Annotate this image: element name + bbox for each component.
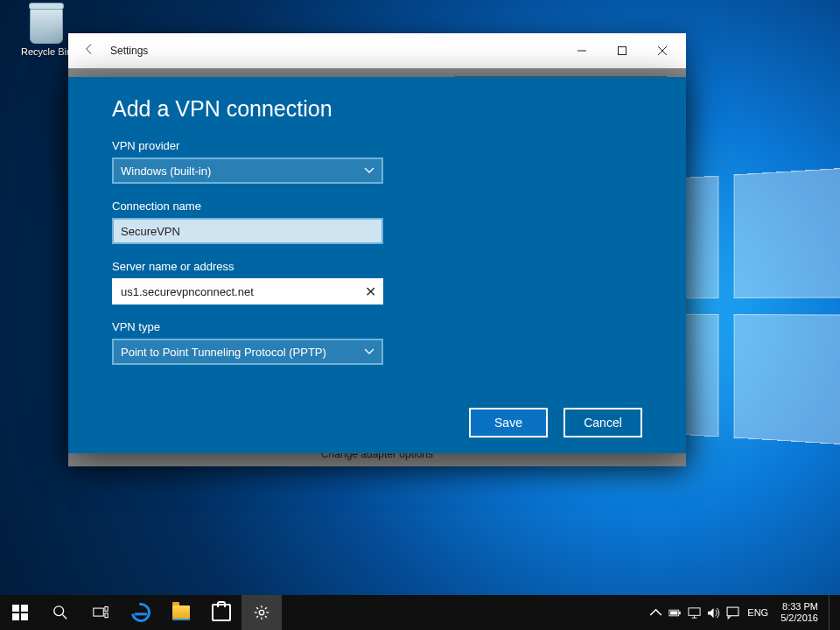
desktop: Recycle Bin Settings NETWORK & INTERNET … — [0, 0, 840, 630]
vpn-provider-value: Windows (built-in) — [121, 164, 211, 178]
tray-date: 5/2/2016 — [780, 612, 818, 624]
svg-rect-28 — [727, 607, 738, 616]
tray-battery-icon[interactable] — [665, 595, 684, 630]
svg-rect-5 — [21, 605, 28, 612]
svg-line-18 — [256, 607, 258, 609]
minimize-button[interactable] — [562, 38, 602, 64]
edge-icon — [128, 599, 155, 626]
svg-rect-23 — [679, 611, 681, 613]
back-button[interactable] — [72, 42, 107, 60]
show-desktop-button[interactable] — [829, 595, 835, 630]
svg-line-9 — [63, 615, 67, 620]
save-button[interactable]: Save — [469, 408, 548, 438]
settings-titlebar: Settings — [68, 33, 686, 68]
chevron-down-icon — [364, 346, 374, 360]
svg-point-8 — [54, 606, 64, 616]
close-button[interactable] — [642, 38, 682, 64]
svg-rect-24 — [670, 611, 677, 614]
clear-input-icon[interactable]: ✕ — [365, 284, 376, 300]
svg-rect-25 — [689, 607, 700, 614]
tray-clock[interactable]: 8:33 PM 5/2/2016 — [774, 601, 825, 624]
taskbar: ENG 8:33 PM 5/2/2016 — [0, 595, 840, 630]
svg-rect-7 — [21, 613, 28, 620]
file-explorer-icon — [172, 606, 190, 620]
svg-rect-12 — [105, 613, 108, 618]
svg-rect-10 — [94, 608, 103, 616]
vpn-type-value: Point to Point Tunneling Protocol (PPTP) — [121, 346, 326, 359]
add-vpn-modal: Add a VPN connection VPN provider Window… — [68, 77, 686, 453]
svg-rect-6 — [12, 613, 19, 620]
window-title: Settings — [107, 45, 562, 57]
chevron-down-icon — [364, 165, 374, 178]
server-address-input[interactable]: us1.securevpnconnect.net ✕ — [112, 278, 383, 304]
connection-name-value: SecureVPN — [121, 225, 180, 238]
svg-rect-4 — [12, 605, 19, 612]
vpn-type-label: VPN type — [112, 320, 642, 333]
svg-line-19 — [265, 616, 267, 618]
vpn-provider-dropdown[interactable]: Windows (built-in) — [112, 158, 383, 184]
task-view-button[interactable] — [80, 595, 121, 630]
server-address-value: us1.securevpnconnect.net — [121, 285, 254, 298]
tray-language[interactable]: ENG — [742, 608, 774, 618]
svg-line-20 — [256, 616, 258, 618]
taskbar-edge[interactable] — [121, 595, 161, 630]
vpn-provider-label: VPN provider — [112, 139, 642, 152]
svg-point-13 — [259, 610, 263, 614]
modal-title: Add a VPN connection — [112, 96, 642, 122]
taskbar-file-explorer[interactable] — [161, 595, 201, 630]
vpn-type-dropdown[interactable]: Point to Point Tunneling Protocol (PPTP) — [112, 339, 383, 365]
store-icon — [212, 604, 231, 621]
taskbar-store[interactable] — [201, 595, 242, 630]
recycle-bin-icon — [30, 7, 63, 44]
taskbar-settings[interactable] — [242, 595, 282, 630]
connection-name-input[interactable]: SecureVPN — [112, 218, 383, 244]
svg-line-21 — [265, 607, 267, 609]
tray-chevron-up-icon[interactable] — [646, 595, 665, 630]
server-address-label: Server name or address — [112, 260, 642, 273]
svg-rect-11 — [105, 606, 108, 611]
search-button[interactable] — [40, 595, 80, 630]
tray-network-icon[interactable] — [684, 595, 704, 630]
start-button[interactable] — [0, 595, 40, 630]
cancel-button[interactable]: Cancel — [564, 408, 642, 438]
tray-time: 8:33 PM — [780, 601, 818, 612]
tray-volume-icon[interactable] — [704, 595, 723, 630]
svg-rect-1 — [619, 47, 626, 55]
gear-icon — [254, 605, 270, 620]
maximize-button[interactable] — [602, 38, 642, 64]
tray-notifications-icon[interactable] — [723, 595, 742, 630]
connection-name-label: Connection name — [112, 200, 642, 213]
